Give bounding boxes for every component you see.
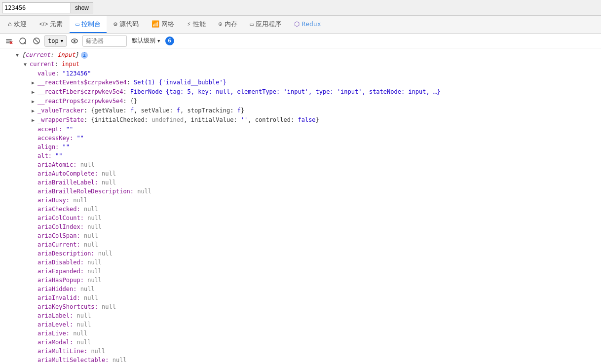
clear-console-button[interactable] bbox=[3, 35, 15, 47]
expand-react-fiber-arrow[interactable] bbox=[32, 88, 38, 97]
list-item[interactable]: ariaColCount: null bbox=[4, 214, 601, 222]
property-key: ariaMultiSelectable: bbox=[38, 356, 109, 364]
list-item[interactable]: ariaMultiLine: null bbox=[4, 347, 601, 356]
value-key: value bbox=[38, 69, 55, 78]
source-icon: ⚙ bbox=[113, 20, 117, 28]
property-key: ariaAtomic: bbox=[38, 160, 76, 169]
property-key: ariaDisabled: bbox=[38, 258, 84, 267]
react-events-key: __reactEvents$czrpwkev5e4 bbox=[38, 78, 127, 87]
block-button[interactable] bbox=[31, 35, 42, 47]
list-item[interactable]: ariaLive: null bbox=[4, 329, 601, 338]
expand-root-arrow[interactable] bbox=[16, 51, 22, 60]
tab-network[interactable]: 📶 网络 bbox=[146, 16, 180, 33]
list-item[interactable]: align: "" bbox=[4, 143, 601, 151]
tab-application[interactable]: ▭ 应用程序 bbox=[244, 16, 288, 33]
show-button[interactable]: show bbox=[71, 2, 93, 13]
wrapper-state-row[interactable]: _wrapperState: {initialChecked: undefine… bbox=[4, 115, 601, 125]
list-item[interactable]: ariaLevel: null bbox=[4, 320, 601, 329]
list-item[interactable]: ariaInvalid: null bbox=[4, 293, 601, 302]
top-input[interactable] bbox=[2, 2, 71, 13]
list-item[interactable]: ariaHidden: null bbox=[4, 285, 601, 293]
property-val: null bbox=[76, 311, 91, 320]
react-events-row[interactable]: __reactEvents$czrpwkev5e4: Set(1) {'inva… bbox=[4, 78, 601, 87]
tab-source[interactable]: ⚙ 源代码 bbox=[108, 16, 145, 33]
eye-icon bbox=[71, 37, 78, 45]
list-item[interactable]: accept: "" bbox=[4, 125, 601, 134]
value-tracker-key: _valueTracker bbox=[38, 106, 84, 115]
react-props-key: __reactProps$czrpwkev5e4 bbox=[38, 97, 123, 106]
filter-input[interactable] bbox=[82, 35, 127, 47]
property-val: "" bbox=[55, 151, 62, 160]
info-icon[interactable]: i bbox=[81, 52, 88, 59]
property-key: ariaMultiLine: bbox=[38, 347, 87, 356]
property-val: null bbox=[113, 356, 127, 364]
tab-memory[interactable]: ⊙ 内存 bbox=[213, 16, 243, 33]
list-item[interactable]: ariaBrailleLabel: null bbox=[4, 178, 601, 187]
list-item[interactable]: alt: "" bbox=[4, 151, 601, 160]
expand-react-events-arrow[interactable] bbox=[32, 78, 38, 87]
list-item[interactable]: ariaAutoComplete: null bbox=[4, 169, 601, 178]
expand-value-tracker-arrow[interactable] bbox=[32, 107, 38, 115]
context-dropdown[interactable]: top ▼ bbox=[44, 35, 67, 47]
property-key: ariaColIndex: bbox=[38, 222, 84, 231]
block-icon bbox=[33, 37, 40, 45]
console-panel[interactable]: {current: input} i current: input value:… bbox=[0, 48, 601, 364]
list-item[interactable]: ariaMultiSelectable: null bbox=[4, 356, 601, 364]
list-item[interactable]: ariaChecked: null bbox=[4, 205, 601, 214]
property-key: ariaColCount: bbox=[38, 214, 84, 222]
tab-redux[interactable]: ⬡ Redux bbox=[288, 16, 327, 33]
value-tracker-val: {getValue: f, setValue: f, stopTracking:… bbox=[91, 106, 244, 115]
tab-redux-label: Redux bbox=[301, 20, 321, 28]
root-row[interactable]: {current: input} i bbox=[4, 50, 601, 60]
property-val: null bbox=[73, 196, 87, 205]
list-item[interactable]: ariaDescription: null bbox=[4, 249, 601, 258]
property-key: ariaChecked: bbox=[38, 205, 80, 214]
property-key: ariaBrailleLabel: bbox=[38, 178, 98, 187]
list-item[interactable]: accessKey: "" bbox=[4, 134, 601, 143]
tab-welcome[interactable]: ⌂ 欢迎 bbox=[2, 16, 33, 33]
expand-wrapper-state-arrow[interactable] bbox=[32, 116, 38, 125]
expand-current-arrow[interactable] bbox=[24, 60, 30, 69]
svg-rect-0 bbox=[6, 39, 12, 40]
list-item[interactable]: ariaLabel: null bbox=[4, 311, 601, 320]
list-item[interactable]: ariaHasPopup: null bbox=[4, 276, 601, 285]
list-item[interactable]: ariaCurrent: null bbox=[4, 240, 601, 249]
tab-elements[interactable]: </> 元素 bbox=[34, 16, 69, 33]
property-val: null bbox=[80, 285, 95, 293]
list-item[interactable]: ariaBusy: null bbox=[4, 196, 601, 205]
list-item[interactable]: ariaDisabled: null bbox=[4, 258, 601, 267]
value-tracker-row[interactable]: _valueTracker: {getValue: f, setValue: f… bbox=[4, 106, 601, 115]
expand-react-props-arrow[interactable] bbox=[32, 97, 38, 106]
property-val: null bbox=[98, 249, 113, 258]
react-props-row[interactable]: __reactProps$czrpwkev5e4: {} bbox=[4, 97, 601, 106]
svg-line-8 bbox=[35, 39, 38, 43]
property-val: null bbox=[84, 293, 98, 302]
list-item[interactable]: ariaExpanded: null bbox=[4, 267, 601, 276]
property-key: ariaCurrent: bbox=[38, 240, 80, 249]
list-item[interactable]: ariaKeyShortcuts: null bbox=[4, 302, 601, 311]
list-item[interactable]: ariaColIndex: null bbox=[4, 222, 601, 231]
list-item[interactable]: ariaBrailleRoleDescription: null bbox=[4, 187, 601, 196]
list-item[interactable]: ariaColSpan: null bbox=[4, 231, 601, 240]
react-props-val: {} bbox=[130, 97, 137, 106]
react-fiber-row[interactable]: __reactFiber$czrpwkev5e4: FiberNode {tag… bbox=[4, 87, 601, 97]
list-item[interactable]: ariaModal: null bbox=[4, 338, 601, 347]
property-val: "" bbox=[76, 134, 83, 143]
tab-bar: ⌂ 欢迎 </> 元素 ▭ 控制台 ⚙ 源代码 📶 网络 ⚡ 性能 ⊙ 内存 ▭… bbox=[0, 16, 601, 34]
tab-performance[interactable]: ⚡ 性能 bbox=[181, 16, 212, 33]
property-val: null bbox=[87, 258, 102, 267]
list-item[interactable]: ariaAtomic: null bbox=[4, 160, 601, 169]
property-key: ariaExpanded: bbox=[38, 267, 84, 276]
filter-icon bbox=[19, 37, 27, 45]
eye-button[interactable] bbox=[69, 35, 80, 47]
react-fiber-key: __reactFiber$czrpwkev5e4 bbox=[38, 87, 123, 96]
current-row[interactable]: current: input bbox=[4, 60, 601, 69]
tab-console[interactable]: ▭ 控制台 bbox=[70, 16, 107, 33]
property-val: null bbox=[76, 338, 91, 347]
property-key: ariaBrailleRoleDescription: bbox=[38, 187, 134, 196]
property-key: align: bbox=[38, 143, 59, 151]
tab-source-label: 源代码 bbox=[119, 20, 139, 29]
value-row[interactable]: value: "123456" bbox=[4, 69, 601, 78]
level-dropdown[interactable]: 默认级别 ▼ bbox=[129, 35, 163, 47]
filter-toggle-button[interactable] bbox=[17, 35, 29, 47]
